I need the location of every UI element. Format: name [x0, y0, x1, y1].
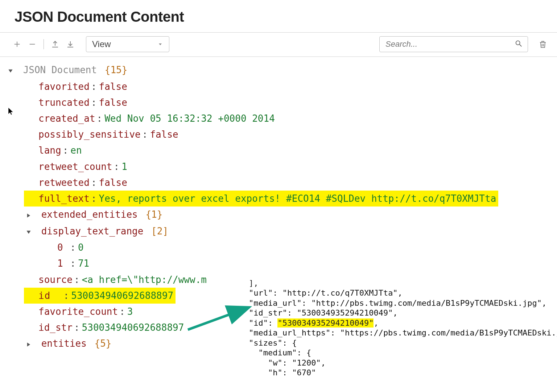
view-dropdown[interactable]: View [86, 36, 169, 52]
toolbar: View [0, 33, 557, 57]
search-icon [515, 39, 523, 49]
root-node[interactable]: JSON Document {15} [6, 62, 557, 79]
expand-toggle[interactable] [6, 62, 15, 78]
raw-json-snippet: ], "url": "http://t.co/q7T0XMJTta", "med… [249, 268, 557, 378]
tree-row-highlighted[interactable]: full_text:Yes, reports over excel export… [24, 191, 557, 207]
svg-line-4 [520, 44, 522, 46]
tree-row-expandable[interactable]: display_text_range [2] [24, 223, 557, 240]
chevron-down-icon [157, 39, 163, 49]
expand-toggle[interactable] [24, 207, 33, 223]
tree-row[interactable]: retweet_count:1 [24, 159, 557, 175]
delete-button[interactable] [536, 37, 550, 51]
tree-row-expandable[interactable]: extended_entities {1} [24, 207, 557, 223]
root-count: {15} [105, 64, 128, 75]
toolbar-separator [44, 39, 44, 49]
page-title: JSON Document Content [15, 9, 557, 25]
tree-row[interactable]: favorited:false [24, 79, 557, 95]
page-header: JSON Document Content [0, 0, 557, 33]
svg-point-3 [516, 41, 520, 45]
tree-row[interactable]: created_at:Wed Nov 05 16:32:32 +0000 201… [24, 110, 557, 126]
tree-row[interactable]: retweeted:false [24, 175, 557, 191]
tree-row[interactable]: truncated:false [24, 95, 557, 110]
search-input[interactable] [385, 39, 511, 49]
expand-toggle[interactable] [24, 336, 33, 352]
add-button[interactable] [10, 37, 24, 51]
download-button[interactable] [63, 37, 77, 51]
root-label: JSON Document [23, 64, 97, 75]
remove-button[interactable] [25, 37, 39, 51]
upload-button[interactable] [48, 37, 62, 51]
expand-toggle[interactable] [24, 224, 33, 239]
search-box[interactable] [379, 36, 528, 52]
tree-row[interactable]: 0 :0 [57, 239, 557, 255]
view-dropdown-label: View [92, 39, 111, 49]
tree-row[interactable]: lang:en [24, 142, 557, 158]
tree-row[interactable]: possibly_sensitive:false [24, 126, 557, 142]
